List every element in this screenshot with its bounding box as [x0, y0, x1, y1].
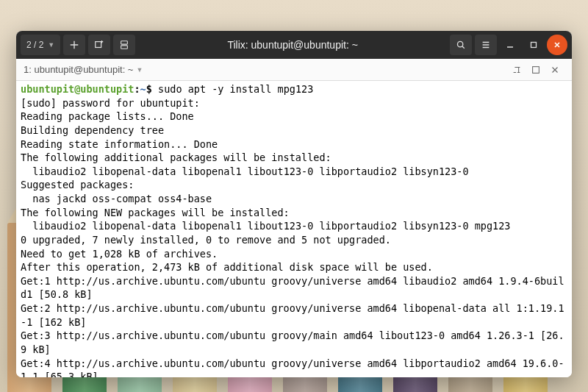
- chevron-down-icon: ▼: [136, 66, 143, 74]
- terminal-tabbar: 1: ubuntupit@ubuntupit: ~ ▼: [16, 59, 572, 81]
- tab-maximize-button[interactable]: [526, 60, 545, 79]
- svg-rect-1: [121, 41, 128, 44]
- terminal-tab[interactable]: 1: ubuntupit@ubuntupit: ~ ▼: [24, 64, 143, 75]
- maximize-pane-icon: [531, 65, 541, 75]
- terminal-output-line: Get:3 http://us.archive.ubuntu.com/ubunt…: [21, 329, 567, 356]
- svg-point-3: [457, 41, 462, 46]
- prompt-path: ~: [140, 83, 146, 95]
- session-count-label: 2 / 2: [26, 40, 43, 50]
- svg-rect-4: [531, 43, 537, 48]
- svg-rect-5: [533, 66, 539, 73]
- prompt-user-host: ubuntupit@ubuntupit: [21, 83, 134, 95]
- tab-close-button[interactable]: [545, 60, 564, 79]
- terminal-output-line: nas jackd oss-compat oss4-base: [21, 192, 567, 206]
- command-text: sudo apt -y install mpg123: [158, 83, 313, 95]
- prompt-symbol: $: [146, 83, 152, 95]
- terminal-output-line: After this operation, 2,473 kB of additi…: [21, 260, 567, 274]
- close-button[interactable]: [547, 35, 567, 55]
- close-icon: [550, 65, 560, 75]
- terminal-output-line: Get:2 http://us.archive.ubuntu.com/ubunt…: [21, 302, 567, 329]
- minimize-button[interactable]: [500, 35, 520, 55]
- terminal-output-line: The following additional packages will b…: [21, 151, 567, 165]
- new-session-button[interactable]: [63, 35, 85, 55]
- terminal-output-line: Get:4 http://us.archive.ubuntu.com/ubunt…: [21, 357, 567, 378]
- text-cursor-icon: [512, 65, 522, 75]
- sync-icon: [119, 40, 129, 50]
- svg-rect-0: [96, 42, 101, 48]
- hamburger-menu-button[interactable]: [475, 35, 497, 55]
- terminal-content[interactable]: ubuntupit@ubuntupit:~$ sudo apt -y insta…: [16, 81, 572, 377]
- maximize-button[interactable]: [523, 35, 544, 55]
- new-window-icon: [94, 40, 104, 50]
- minimize-icon: [506, 40, 514, 49]
- window-title: Tilix: ubuntupit@ubuntupit: ~: [138, 39, 447, 51]
- terminal-output-line: Need to get 1,028 kB of archives.: [21, 247, 567, 261]
- session-switcher[interactable]: 2 / 2 ▼: [21, 35, 60, 55]
- close-icon: [553, 40, 562, 49]
- prompt-separator: :: [134, 83, 140, 95]
- terminal-output-line: [sudo] password for ubuntupit:: [21, 96, 567, 110]
- terminal-output-line: Get:1 http://us.archive.ubuntu.com/ubunt…: [21, 274, 567, 302]
- text-select-button[interactable]: [507, 60, 526, 79]
- prompt-line: ubuntupit@ubuntupit:~$ sudo apt -y insta…: [21, 82, 567, 96]
- terminal-output-line: Suggested packages:: [21, 178, 567, 192]
- window-titlebar: 2 / 2 ▼ Tilix: ubuntupit@ubuntupit: ~: [16, 31, 572, 59]
- chevron-down-icon: ▼: [48, 41, 54, 49]
- maximize-icon: [529, 40, 538, 49]
- terminal-output-line: libaudio2 libopenal-data libopenal1 libo…: [21, 219, 567, 233]
- svg-rect-2: [121, 46, 128, 49]
- terminal-window: 2 / 2 ▼ Tilix: ubuntupit@ubuntupit: ~: [16, 31, 572, 377]
- terminal-output-line: Reading package lists... Done: [21, 110, 567, 124]
- tab-title-label: 1: ubuntupit@ubuntupit: ~: [24, 64, 133, 75]
- sync-input-button[interactable]: [113, 35, 135, 55]
- terminal-output-line: 0 upgraded, 7 newly installed, 0 to remo…: [21, 233, 567, 247]
- search-icon: [456, 40, 466, 50]
- terminal-output-line: The following NEW packages will be insta…: [21, 206, 567, 220]
- terminal-output-line: Reading state information... Done: [21, 138, 567, 152]
- terminal-output-line: Building dependency tree: [21, 124, 567, 138]
- terminal-output-line: libaudio2 libopenal-data libopenal1 libo…: [21, 165, 567, 179]
- search-button[interactable]: [450, 35, 472, 55]
- new-window-button[interactable]: [88, 35, 110, 55]
- hamburger-icon: [481, 40, 491, 50]
- plus-icon: [69, 40, 79, 50]
